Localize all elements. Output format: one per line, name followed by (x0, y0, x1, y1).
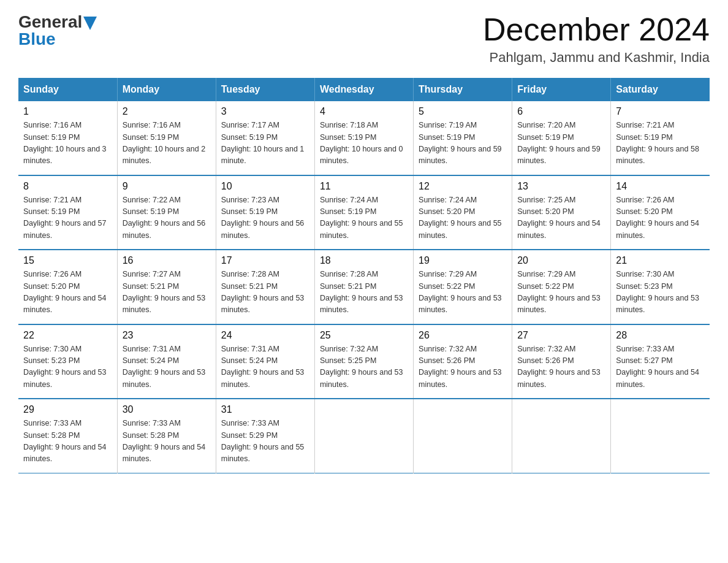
calendar-cell: 11Sunrise: 7:24 AMSunset: 5:19 PMDayligh… (314, 175, 413, 250)
day-info: Sunrise: 7:32 AMSunset: 5:25 PMDaylight:… (320, 343, 408, 391)
day-info: Sunrise: 7:18 AMSunset: 5:19 PMDaylight:… (320, 120, 408, 167)
calendar-cell: 1Sunrise: 7:16 AMSunset: 5:19 PMDaylight… (18, 101, 117, 175)
day-number: 7 (616, 106, 705, 117)
calendar-cell: 4Sunrise: 7:18 AMSunset: 5:19 PMDaylight… (314, 101, 413, 175)
day-number: 13 (517, 181, 605, 192)
day-number: 1 (23, 106, 112, 117)
day-number: 2 (123, 106, 211, 117)
day-number: 25 (320, 330, 408, 341)
day-info: Sunrise: 7:33 AMSunset: 5:28 PMDaylight:… (123, 418, 211, 465)
col-header-saturday: Saturday (611, 78, 710, 101)
day-number: 30 (123, 404, 211, 415)
day-info: Sunrise: 7:28 AMSunset: 5:21 PMDaylight:… (320, 269, 408, 316)
title-section: December 2024 Pahlgam, Jammu and Kashmir… (483, 12, 710, 66)
day-number: 22 (23, 330, 112, 341)
logo-blue: Blue (18, 29, 97, 49)
calendar-cell (512, 399, 611, 473)
day-info: Sunrise: 7:23 AMSunset: 5:19 PMDaylight:… (221, 194, 309, 242)
col-header-friday: Friday (512, 78, 611, 101)
day-info: Sunrise: 7:30 AMSunset: 5:23 PMDaylight:… (616, 269, 705, 316)
day-number: 5 (419, 106, 507, 117)
day-info: Sunrise: 7:24 AMSunset: 5:20 PMDaylight:… (419, 194, 507, 242)
day-info: Sunrise: 7:21 AMSunset: 5:19 PMDaylight:… (23, 194, 112, 242)
day-info: Sunrise: 7:25 AMSunset: 5:20 PMDaylight:… (517, 194, 605, 242)
day-number: 24 (221, 330, 309, 341)
day-number: 27 (517, 330, 605, 341)
day-number: 9 (123, 181, 211, 192)
day-info: Sunrise: 7:16 AMSunset: 5:19 PMDaylight:… (23, 120, 112, 167)
day-info: Sunrise: 7:26 AMSunset: 5:20 PMDaylight:… (23, 269, 112, 316)
calendar-header-row: SundayMondayTuesdayWednesdayThursdayFrid… (18, 78, 710, 101)
day-info: Sunrise: 7:30 AMSunset: 5:23 PMDaylight:… (23, 343, 112, 391)
calendar-cell: 7Sunrise: 7:21 AMSunset: 5:19 PMDaylight… (611, 101, 710, 175)
day-number: 18 (320, 255, 408, 266)
day-info: Sunrise: 7:33 AMSunset: 5:29 PMDaylight:… (221, 418, 309, 465)
calendar-table: SundayMondayTuesdayWednesdayThursdayFrid… (18, 78, 710, 473)
page-header: General Blue December 2024 Pahlgam, Jamm… (18, 12, 710, 66)
month-title: December 2024 (483, 12, 710, 47)
day-info: Sunrise: 7:20 AMSunset: 5:19 PMDaylight:… (517, 120, 605, 167)
day-info: Sunrise: 7:17 AMSunset: 5:19 PMDaylight:… (221, 120, 309, 167)
calendar-cell: 19Sunrise: 7:29 AMSunset: 5:22 PMDayligh… (414, 250, 512, 324)
day-number: 8 (23, 181, 112, 192)
calendar-cell: 13Sunrise: 7:25 AMSunset: 5:20 PMDayligh… (512, 175, 611, 250)
day-number: 23 (123, 330, 211, 341)
week-row-2: 8Sunrise: 7:21 AMSunset: 5:19 PMDaylight… (18, 175, 710, 250)
calendar-cell: 18Sunrise: 7:28 AMSunset: 5:21 PMDayligh… (314, 250, 413, 324)
calendar-cell: 17Sunrise: 7:28 AMSunset: 5:21 PMDayligh… (216, 250, 314, 324)
day-info: Sunrise: 7:33 AMSunset: 5:27 PMDaylight:… (616, 343, 705, 391)
location-title: Pahlgam, Jammu and Kashmir, India (483, 50, 710, 66)
day-info: Sunrise: 7:31 AMSunset: 5:24 PMDaylight:… (123, 343, 211, 391)
col-header-wednesday: Wednesday (314, 78, 413, 101)
calendar-cell: 30Sunrise: 7:33 AMSunset: 5:28 PMDayligh… (117, 399, 216, 473)
calendar-cell: 16Sunrise: 7:27 AMSunset: 5:21 PMDayligh… (117, 250, 216, 324)
calendar-cell (611, 399, 710, 473)
day-number: 11 (320, 181, 408, 192)
calendar-cell: 29Sunrise: 7:33 AMSunset: 5:28 PMDayligh… (18, 399, 117, 473)
col-header-tuesday: Tuesday (216, 78, 314, 101)
day-number: 3 (221, 106, 309, 117)
calendar-cell: 23Sunrise: 7:31 AMSunset: 5:24 PMDayligh… (117, 324, 216, 399)
calendar-cell: 31Sunrise: 7:33 AMSunset: 5:29 PMDayligh… (216, 399, 314, 473)
day-number: 21 (616, 255, 705, 266)
calendar-cell: 2Sunrise: 7:16 AMSunset: 5:19 PMDaylight… (117, 101, 216, 175)
day-number: 31 (221, 404, 309, 415)
calendar-cell: 10Sunrise: 7:23 AMSunset: 5:19 PMDayligh… (216, 175, 314, 250)
week-row-5: 29Sunrise: 7:33 AMSunset: 5:28 PMDayligh… (18, 399, 710, 473)
day-number: 19 (419, 255, 507, 266)
day-info: Sunrise: 7:22 AMSunset: 5:19 PMDaylight:… (123, 194, 211, 242)
calendar-cell: 8Sunrise: 7:21 AMSunset: 5:19 PMDaylight… (18, 175, 117, 250)
calendar-cell: 21Sunrise: 7:30 AMSunset: 5:23 PMDayligh… (611, 250, 710, 324)
day-number: 26 (419, 330, 507, 341)
day-info: Sunrise: 7:26 AMSunset: 5:20 PMDaylight:… (616, 194, 705, 242)
calendar-cell: 9Sunrise: 7:22 AMSunset: 5:19 PMDaylight… (117, 175, 216, 250)
calendar-cell: 6Sunrise: 7:20 AMSunset: 5:19 PMDaylight… (512, 101, 611, 175)
day-number: 6 (517, 106, 605, 117)
calendar-cell (314, 399, 413, 473)
day-info: Sunrise: 7:27 AMSunset: 5:21 PMDaylight:… (123, 269, 211, 316)
day-number: 15 (23, 255, 112, 266)
calendar-cell: 14Sunrise: 7:26 AMSunset: 5:20 PMDayligh… (611, 175, 710, 250)
calendar-cell: 27Sunrise: 7:32 AMSunset: 5:26 PMDayligh… (512, 324, 611, 399)
col-header-sunday: Sunday (18, 78, 117, 101)
calendar-cell: 5Sunrise: 7:19 AMSunset: 5:19 PMDaylight… (414, 101, 512, 175)
svg-marker-0 (83, 17, 97, 30)
calendar-cell: 24Sunrise: 7:31 AMSunset: 5:24 PMDayligh… (216, 324, 314, 399)
logo: General Blue (18, 12, 97, 49)
day-info: Sunrise: 7:33 AMSunset: 5:28 PMDaylight:… (23, 418, 112, 465)
day-info: Sunrise: 7:24 AMSunset: 5:19 PMDaylight:… (320, 194, 408, 242)
day-info: Sunrise: 7:21 AMSunset: 5:19 PMDaylight:… (616, 120, 705, 167)
logo-arrow-icon (83, 17, 97, 30)
day-info: Sunrise: 7:29 AMSunset: 5:22 PMDaylight:… (517, 269, 605, 316)
day-number: 10 (221, 181, 309, 192)
calendar-cell: 3Sunrise: 7:17 AMSunset: 5:19 PMDaylight… (216, 101, 314, 175)
day-number: 17 (221, 255, 309, 266)
day-info: Sunrise: 7:32 AMSunset: 5:26 PMDaylight:… (419, 343, 507, 391)
calendar-cell (414, 399, 512, 473)
calendar-cell: 12Sunrise: 7:24 AMSunset: 5:20 PMDayligh… (414, 175, 512, 250)
calendar-cell: 28Sunrise: 7:33 AMSunset: 5:27 PMDayligh… (611, 324, 710, 399)
calendar-cell: 25Sunrise: 7:32 AMSunset: 5:25 PMDayligh… (314, 324, 413, 399)
day-number: 14 (616, 181, 705, 192)
day-number: 4 (320, 106, 408, 117)
day-info: Sunrise: 7:29 AMSunset: 5:22 PMDaylight:… (419, 269, 507, 316)
